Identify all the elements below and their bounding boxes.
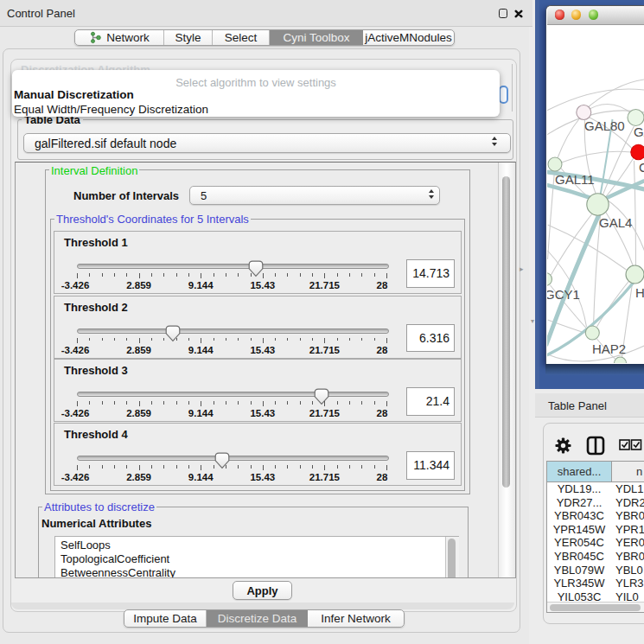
svg-text:GAL4: GAL4 <box>599 215 632 230</box>
svg-text:H: H <box>635 285 644 300</box>
svg-text:GCY1: GCY1 <box>547 287 580 302</box>
svg-text:HAP2: HAP2 <box>592 341 626 356</box>
svg-text:GA: GA <box>634 124 644 139</box>
svg-text:GAL80: GAL80 <box>584 118 625 133</box>
svg-text:C: C <box>639 160 644 175</box>
svg-text:GAL11: GAL11 <box>555 172 595 187</box>
